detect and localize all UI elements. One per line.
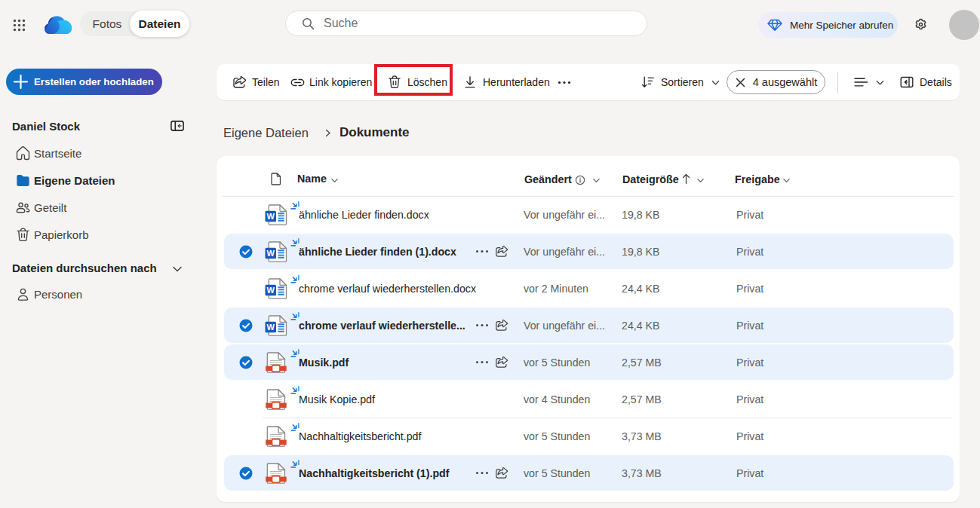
svg-text:W: W — [267, 286, 275, 295]
svg-text:W: W — [267, 212, 275, 221]
svg-text:W: W — [267, 323, 275, 332]
svg-text:W: W — [267, 249, 275, 258]
